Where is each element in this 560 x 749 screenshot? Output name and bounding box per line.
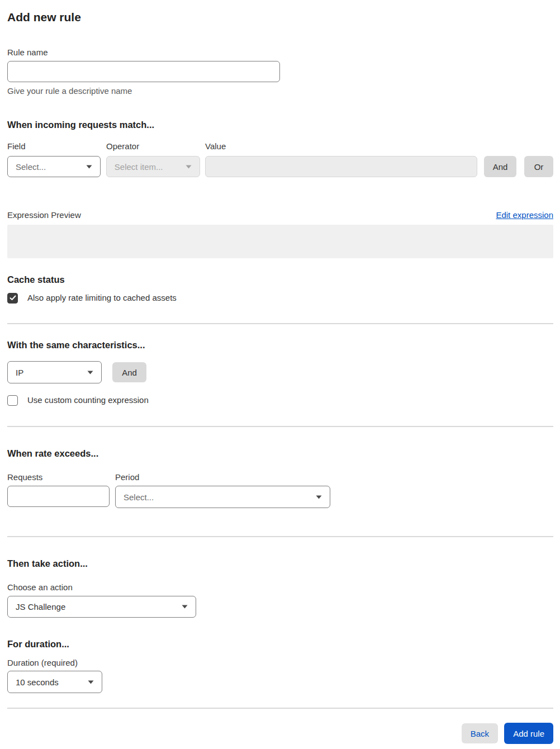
operator-select-value: Select item... xyxy=(115,162,163,172)
rule-name-helper: Give your rule a descriptive name xyxy=(7,86,553,97)
action-select[interactable]: JS Challenge xyxy=(7,596,196,618)
divider xyxy=(7,323,553,324)
field-select-value: Select... xyxy=(16,162,46,172)
edit-expression-link[interactable]: Edit expression xyxy=(496,210,553,220)
value-label: Value xyxy=(205,141,226,152)
match-controls-row: Select... Select item... And Or xyxy=(7,156,553,177)
rate-heading: When rate exceeds... xyxy=(7,447,553,459)
characteristic-select[interactable]: IP xyxy=(7,361,102,383)
chevron-down-icon xyxy=(186,165,192,169)
rate-controls-row: Select... xyxy=(7,486,553,508)
rate-labels-row: Requests Period xyxy=(7,472,553,483)
duration-label: Duration (required) xyxy=(7,657,553,669)
operator-select: Select item... xyxy=(106,156,200,177)
action-heading: Then take action... xyxy=(7,557,553,570)
divider xyxy=(7,426,553,427)
rule-name-input[interactable] xyxy=(7,61,280,82)
expression-row: Expression Preview Edit expression xyxy=(7,210,553,221)
period-select[interactable]: Select... xyxy=(115,486,330,508)
expression-preview-label: Expression Preview xyxy=(7,210,81,221)
check-icon xyxy=(10,293,16,303)
add-rule-form: Add new rule Rule name Give your rule a … xyxy=(0,10,560,744)
choose-action-label: Choose an action xyxy=(7,582,553,593)
or-button[interactable]: Or xyxy=(524,156,553,177)
rule-name-group: Rule name Give your rule a descriptive n… xyxy=(7,47,553,97)
chevron-down-icon xyxy=(182,605,188,609)
custom-counting-checkbox[interactable] xyxy=(7,395,18,406)
custom-counting-label: Use custom counting expression xyxy=(27,395,149,406)
chevron-down-icon xyxy=(88,680,94,684)
divider xyxy=(7,708,553,709)
requests-label: Requests xyxy=(7,472,115,483)
divider xyxy=(7,536,553,537)
characteristics-and-button[interactable]: And xyxy=(112,362,146,382)
cached-assets-checkbox[interactable] xyxy=(7,293,18,304)
cache-status-heading: Cache status xyxy=(7,273,553,286)
chevron-down-icon xyxy=(87,371,93,374)
match-labels-row: Field Operator Value xyxy=(7,141,553,152)
requests-input[interactable] xyxy=(7,486,110,507)
duration-select-value: 10 seconds xyxy=(16,677,59,687)
duration-select[interactable]: 10 seconds xyxy=(7,671,102,693)
characteristic-select-value: IP xyxy=(16,368,23,377)
period-select-value: Select... xyxy=(124,492,154,502)
cache-checkbox-row: Also apply rate limiting to cached asset… xyxy=(7,292,553,304)
chevron-down-icon xyxy=(316,495,322,499)
field-select[interactable]: Select... xyxy=(7,156,101,177)
expression-preview-box xyxy=(7,225,553,258)
chevron-down-icon xyxy=(86,165,92,169)
cached-assets-label: Also apply rate limiting to cached asset… xyxy=(27,292,177,304)
field-label: Field xyxy=(7,141,106,152)
match-section-heading: When incoming requests match... xyxy=(7,118,553,131)
characteristics-heading: With the same characteristics... xyxy=(7,339,553,351)
value-input xyxy=(205,156,477,177)
back-button[interactable]: Back xyxy=(462,723,498,743)
operator-label: Operator xyxy=(106,141,205,152)
and-button[interactable]: And xyxy=(484,156,516,177)
characteristics-controls-row: IP And xyxy=(7,361,553,383)
period-label: Period xyxy=(115,472,139,483)
custom-counting-row: Use custom counting expression xyxy=(7,395,553,406)
rule-name-label: Rule name xyxy=(7,47,553,58)
footer-actions: Back Add rule xyxy=(7,723,553,744)
page-title: Add new rule xyxy=(7,10,553,25)
add-rule-button[interactable]: Add rule xyxy=(504,723,553,744)
duration-heading: For duration... xyxy=(7,638,553,650)
action-select-value: JS Challenge xyxy=(16,602,65,611)
